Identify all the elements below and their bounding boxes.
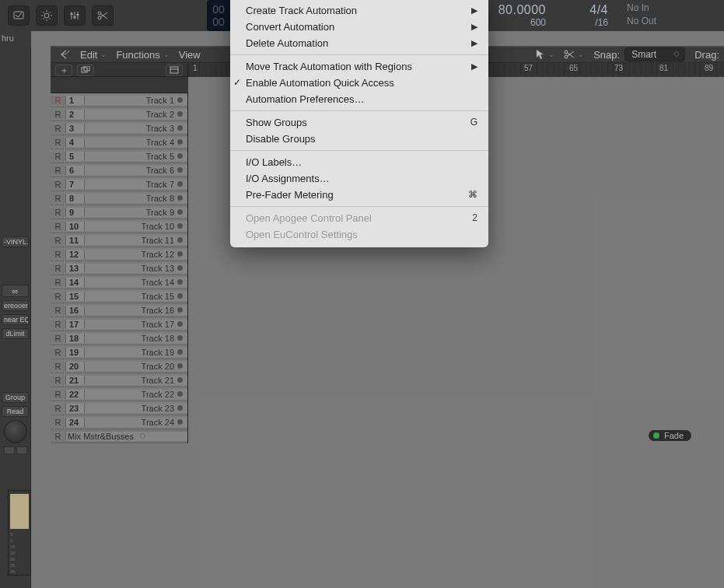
lcd-left-edge: 00 00: [207, 0, 230, 31]
menu-item[interactable]: Create Track Automation▶: [230, 2, 488, 19]
track-number: 15: [66, 292, 85, 301]
track-row[interactable]: R10Track 10: [51, 219, 187, 233]
track-row[interactable]: R3Track 3: [51, 121, 187, 135]
io-out[interactable]: No Out: [627, 15, 656, 28]
pointer-tool-icon[interactable]: ⌄: [531, 49, 559, 60]
insp-chip[interactable]: -VINYL…: [2, 236, 29, 247]
track-row[interactable]: R18Track 18: [51, 331, 187, 345]
insp-chip[interactable]: near EQ: [2, 314, 29, 325]
track-row[interactable]: R21Track 21: [51, 373, 187, 387]
menu-item[interactable]: I/O Labels…: [230, 154, 488, 170]
menu-functions[interactable]: Functions⌄: [111, 49, 173, 61]
record-enable-button[interactable]: R: [51, 96, 66, 105]
ruler-mark: 89: [705, 64, 713, 72]
automation-mode-badge[interactable]: Fade: [649, 430, 691, 441]
insp-chip[interactable]: dLimit: [2, 328, 29, 339]
track-color-dot-icon: [177, 293, 183, 299]
insp-chip[interactable]: ∞: [2, 285, 29, 297]
scissors-icon[interactable]: [92, 5, 114, 26]
record-enable-button[interactable]: R: [51, 250, 66, 259]
menu-edit[interactable]: Edit⌄: [75, 49, 111, 61]
track-row[interactable]: R2Track 2: [51, 107, 187, 121]
track-row[interactable]: R6Track 6: [51, 163, 187, 177]
record-enable-button[interactable]: R: [51, 306, 66, 315]
track-row[interactable]: R8Track 8: [51, 191, 187, 205]
menu-item[interactable]: Show GroupsG: [230, 114, 488, 131]
record-enable-button[interactable]: R: [51, 194, 66, 203]
track-row[interactable]: R15Track 15: [51, 289, 187, 303]
menu-item[interactable]: Convert Automation▶: [230, 19, 488, 35]
track-row[interactable]: R24Track 24: [51, 415, 187, 429]
pan-knob[interactable]: [4, 420, 27, 443]
record-enable-button[interactable]: R: [51, 138, 66, 147]
menu-view[interactable]: View: [174, 49, 205, 61]
io-in[interactable]: No In: [627, 2, 656, 15]
sun-icon[interactable]: [36, 5, 58, 26]
record-enable-button[interactable]: R: [51, 166, 66, 175]
record-enable-button[interactable]: R: [51, 404, 66, 413]
track-number: 11: [66, 236, 85, 245]
menu-item[interactable]: Pre-Fader Metering⌘: [230, 187, 488, 203]
insp-chip[interactable]: ereooere: [2, 300, 29, 311]
sliders-icon[interactable]: [64, 5, 86, 26]
duplicate-track-button[interactable]: [77, 65, 94, 76]
track-row[interactable]: R19Track 19: [51, 345, 187, 359]
track-row[interactable]: R13Track 13: [51, 261, 187, 275]
record-enable-button[interactable]: R: [51, 292, 66, 301]
track-row[interactable]: R23Track 23: [51, 401, 187, 415]
screen-icon[interactable]: [8, 5, 30, 26]
track-color-dot-icon: [177, 363, 183, 369]
record-enable-button[interactable]: R: [51, 110, 66, 119]
menu-item[interactable]: Delete Automation▶: [230, 35, 488, 51]
track-row[interactable]: R11Track 11: [51, 233, 187, 247]
track-row[interactable]: R1Track 1: [51, 93, 187, 107]
menu-item[interactable]: ✓Enable Automation Quick Access: [230, 75, 488, 91]
track-row[interactable]: R16Track 16: [51, 303, 187, 317]
menu-item-label: Show Groups: [246, 116, 307, 129]
track-row[interactable]: R7Track 7: [51, 177, 187, 191]
record-enable-button[interactable]: R: [51, 180, 66, 189]
track-row-master[interactable]: RMix Mstr&Busses: [51, 429, 187, 443]
track-name: Track 3: [146, 124, 174, 133]
track-row[interactable]: R9Track 9: [51, 205, 187, 219]
record-enable-button[interactable]: R: [51, 236, 66, 245]
record-enable-button[interactable]: R: [51, 390, 66, 399]
record-enable-button[interactable]: R: [51, 418, 66, 427]
record-enable-button[interactable]: R: [51, 348, 66, 357]
track-row[interactable]: R4Track 4: [51, 135, 187, 149]
record-enable-button[interactable]: R: [51, 432, 66, 441]
division-value[interactable]: /16: [552, 17, 608, 28]
menu-item[interactable]: Automation Preferences…: [230, 91, 488, 107]
insp-chip[interactable]: Group: [2, 392, 29, 403]
track-row[interactable]: R22Track 22: [51, 387, 187, 401]
record-enable-button[interactable]: R: [51, 264, 66, 273]
record-enable-button[interactable]: R: [51, 362, 66, 371]
track-row[interactable]: R17Track 17: [51, 317, 187, 331]
record-enable-button[interactable]: R: [51, 376, 66, 385]
track-row[interactable]: R5Track 5: [51, 149, 187, 163]
record-enable-button[interactable]: R: [51, 124, 66, 133]
record-enable-button[interactable]: R: [51, 320, 66, 329]
track-row[interactable]: R12Track 12: [51, 247, 187, 261]
menu-edit-label: Edit: [80, 49, 97, 61]
beat-value[interactable]: 600: [490, 17, 546, 28]
track-row[interactable]: R20Track 20: [51, 359, 187, 373]
record-enable-button[interactable]: R: [51, 208, 66, 217]
add-track-button[interactable]: ＋: [55, 65, 72, 76]
tempo-value[interactable]: 80.0000: [490, 3, 546, 17]
scissors-tool-icon[interactable]: ⌄: [559, 50, 589, 59]
record-enable-button[interactable]: R: [51, 334, 66, 343]
snap-select[interactable]: Smart: [624, 47, 685, 61]
back-arrow-icon[interactable]: [51, 50, 75, 59]
menu-item[interactable]: Disable Groups: [230, 131, 488, 147]
record-enable-button[interactable]: R: [51, 152, 66, 161]
io-display[interactable]: No In No Out: [627, 2, 656, 28]
insp-chip[interactable]: Read: [2, 406, 29, 417]
menu-item[interactable]: Move Track Automation with Regions▶: [230, 58, 488, 75]
record-enable-button[interactable]: R: [51, 222, 66, 231]
tracklist-options-button[interactable]: [166, 65, 183, 76]
menu-item[interactable]: I/O Assignments…: [230, 170, 488, 187]
record-enable-button[interactable]: R: [51, 278, 66, 287]
timesig-value[interactable]: 4/4: [552, 3, 608, 17]
track-row[interactable]: R14Track 14: [51, 275, 187, 289]
